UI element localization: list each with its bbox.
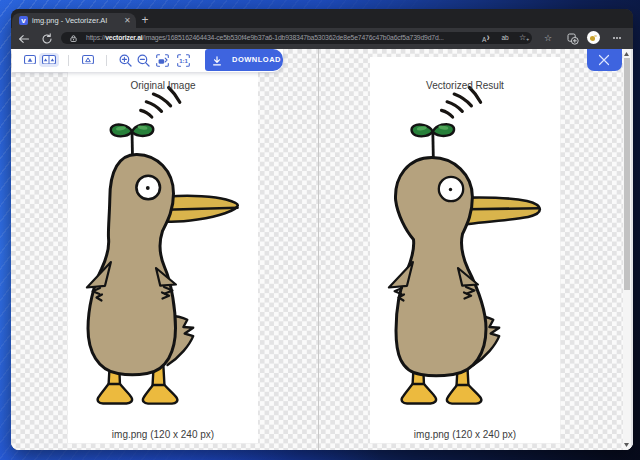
svg-text:1:1: 1:1 [179,57,188,63]
